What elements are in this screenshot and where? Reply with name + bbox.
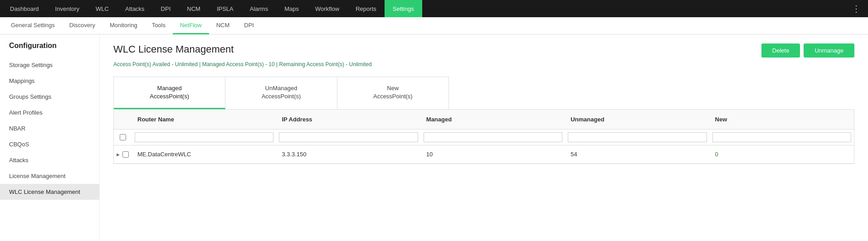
table-header: Router Name IP Address Managed Unmanaged… bbox=[114, 110, 854, 130]
nav-ncm[interactable]: NCM bbox=[179, 0, 209, 17]
tab-section: ManagedAccessPoint(s) UnManagedAccessPoi… bbox=[113, 77, 449, 109]
col-router-name: Router Name bbox=[132, 113, 276, 125]
filter-checkbox-cell bbox=[114, 134, 132, 140]
cell-managed: 10 bbox=[421, 147, 565, 161]
sidebar-item-wlc-license-management[interactable]: WLC License Management bbox=[0, 184, 99, 200]
nav-wlc[interactable]: WLC bbox=[88, 0, 117, 17]
sidebar-item-storage-settings[interactable]: Storage Settings bbox=[0, 57, 99, 73]
access-info: Access Point(s) Availed - Unlimited | Ma… bbox=[113, 61, 854, 67]
sidebar-item-groups-settings[interactable]: Groups Settings bbox=[0, 89, 99, 105]
row-checkbox[interactable] bbox=[122, 151, 129, 158]
filter-new[interactable] bbox=[712, 132, 851, 142]
select-all-checkbox[interactable] bbox=[120, 134, 126, 140]
subnav-general-settings[interactable]: General Settings bbox=[4, 17, 62, 34]
nav-maps[interactable]: Maps bbox=[276, 0, 307, 17]
cell-new[interactable]: 0 bbox=[710, 147, 854, 161]
unmanage-button[interactable]: Unmanage bbox=[804, 43, 854, 58]
col-unmanaged: Unmanaged bbox=[565, 113, 709, 125]
nav-inventory[interactable]: Inventory bbox=[47, 0, 88, 17]
nav-ipsla[interactable]: IPSLA bbox=[209, 0, 242, 17]
row-expand-cell: ► bbox=[114, 148, 132, 161]
main-content: WLC License Management Delete Unmanage A… bbox=[100, 34, 868, 241]
sidebar-item-cbqos[interactable]: CBQoS bbox=[0, 136, 99, 152]
nav-workflow[interactable]: Workflow bbox=[307, 0, 347, 17]
subnav-tools[interactable]: Tools bbox=[145, 17, 173, 34]
sub-nav: General Settings Discovery Monitoring To… bbox=[0, 17, 868, 34]
expand-arrow-icon[interactable]: ► bbox=[116, 152, 121, 157]
sidebar-item-nbar[interactable]: NBAR bbox=[0, 120, 99, 136]
filter-row bbox=[114, 130, 854, 145]
subnav-ncm[interactable]: NCM bbox=[209, 17, 237, 34]
table-row: ► ME.DataCentreWLC 3.3.3.150 10 54 0 bbox=[114, 145, 854, 164]
col-ip-address: IP Address bbox=[276, 113, 420, 125]
subnav-dpi[interactable]: DPI bbox=[237, 17, 261, 34]
sidebar-item-license-management[interactable]: License Management bbox=[0, 168, 99, 184]
col-managed: Managed bbox=[421, 113, 565, 125]
filter-ip-address[interactable] bbox=[279, 132, 418, 142]
table-container: Router Name IP Address Managed Unmanaged… bbox=[113, 109, 854, 164]
page-title: WLC License Management bbox=[113, 43, 234, 55]
nav-settings[interactable]: Settings bbox=[385, 0, 422, 17]
sidebar-item-mappings[interactable]: Mappings bbox=[0, 73, 99, 89]
more-options-icon[interactable]: ⋮ bbox=[846, 3, 866, 14]
tab-managed-accesspoints[interactable]: ManagedAccessPoint(s) bbox=[114, 77, 225, 109]
cell-router-name: ME.DataCentreWLC bbox=[132, 147, 276, 161]
sidebar-item-alert-profiles[interactable]: Alert Profiles bbox=[0, 105, 99, 120]
subnav-discovery[interactable]: Discovery bbox=[62, 17, 102, 34]
filter-managed[interactable] bbox=[424, 132, 562, 142]
filter-unmanaged[interactable] bbox=[568, 132, 707, 142]
sidebar-item-attacks[interactable]: Attacks bbox=[0, 152, 99, 168]
main-layout: Configuration Storage Settings Mappings … bbox=[0, 34, 868, 241]
tab-unmanaged-accesspoints[interactable]: UnManagedAccessPoint(s) bbox=[225, 77, 337, 109]
col-expand bbox=[114, 113, 132, 125]
cell-unmanaged: 54 bbox=[565, 147, 709, 161]
page-header: WLC License Management Delete Unmanage bbox=[113, 43, 854, 58]
sidebar-title: Configuration bbox=[0, 42, 99, 57]
delete-button[interactable]: Delete bbox=[761, 43, 800, 58]
nav-dpi[interactable]: DPI bbox=[153, 0, 179, 17]
nav-reports[interactable]: Reports bbox=[347, 0, 385, 17]
filter-router-name[interactable] bbox=[135, 132, 273, 142]
header-buttons: Delete Unmanage bbox=[761, 43, 854, 58]
top-nav: Dashboard Inventory WLC Attacks DPI NCM … bbox=[0, 0, 868, 17]
tab-new-accesspoints[interactable]: NewAccessPoint(s) bbox=[337, 77, 449, 109]
nav-attacks[interactable]: Attacks bbox=[117, 0, 153, 17]
cell-ip-address: 3.3.3.150 bbox=[276, 147, 420, 161]
nav-dashboard[interactable]: Dashboard bbox=[2, 0, 47, 17]
sidebar: Configuration Storage Settings Mappings … bbox=[0, 34, 100, 241]
subnav-netflow[interactable]: NetFlow bbox=[173, 17, 209, 34]
col-new: New bbox=[710, 113, 854, 125]
nav-alarms[interactable]: Alarms bbox=[242, 0, 276, 17]
subnav-monitoring[interactable]: Monitoring bbox=[102, 17, 145, 34]
